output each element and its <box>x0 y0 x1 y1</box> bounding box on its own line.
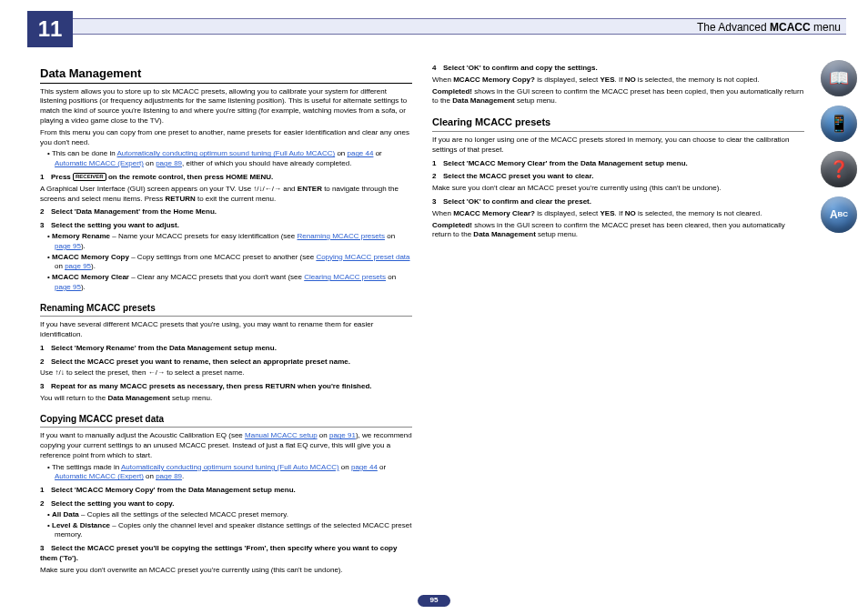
link-auto-mcacc-expert-2[interactable]: Automatic MCACC (Expert) <box>55 472 144 480</box>
link-renaming-presets[interactable]: Renaming MCACC presets <box>297 232 384 240</box>
dm-opt-clear: MCACC Memory Clear – Clear any MCACC pre… <box>40 273 412 293</box>
cp-step-4-body2: Completed! shows in the GUI screen to co… <box>432 87 804 107</box>
page-body: Data Management This system allows you t… <box>40 60 804 587</box>
dm-step-1-body: A Graphical User Interface (GUI) screen … <box>40 185 412 205</box>
chapter-title-bar: The Advanced MCACC menu <box>73 18 846 35</box>
link-copying-preset[interactable]: Copying MCACC preset data <box>316 253 409 261</box>
cp-step-4-body: When MCACC Memory Copy? is displayed, se… <box>432 75 804 86</box>
rn-intro: If you have several different MCACC pres… <box>40 320 412 340</box>
rn-step-3-body: You will return to the Data Management s… <box>40 394 412 404</box>
title-bold: MCACC <box>770 21 811 34</box>
cp-step-3: 3Select the MCACC preset you'll be copyi… <box>40 544 412 564</box>
cl-step-3-body: When MCACC Memory Clear? is displayed, s… <box>432 209 804 219</box>
sidebar-nav-icons: 📖 📱 ❓ ABC <box>821 60 863 233</box>
title-post: menu <box>811 21 841 34</box>
dm-step-2: 2Select 'Data Management' from the Home … <box>40 207 412 217</box>
cp-step-3-body: Make sure you don't overwrite an MCACC p… <box>40 566 412 576</box>
link-page-89b[interactable]: page 89 <box>156 472 182 480</box>
title-pre: The Advanced <box>697 21 770 34</box>
heading-renaming: Renaming MCACC presets <box>40 302 412 317</box>
link-page-89[interactable]: page 89 <box>156 159 182 167</box>
dm-opt-copy: MCACC Memory Copy – Copy settings from o… <box>40 253 412 273</box>
cl-step-2-body: Make sure you don't clear an MCACC prese… <box>432 184 804 194</box>
cp-opt-all: All Data – Copies all the settings of th… <box>40 510 412 520</box>
rn-step-1: 1Select 'Memory Rename' from the Data Ma… <box>40 344 412 354</box>
abc-icon[interactable]: ABC <box>821 196 857 233</box>
rn-step-2: 2Select the MCACC preset you want to ren… <box>40 357 412 367</box>
remote-icon[interactable]: 📱 <box>821 106 857 142</box>
question-icon[interactable]: ❓ <box>821 151 857 187</box>
dm-intro: This system allows you to store up to si… <box>40 87 412 126</box>
cl-step-2: 2Select the MCACC preset you want to cle… <box>432 172 804 182</box>
dm-bullet-prereq: This can be done in Automatically conduc… <box>40 149 412 169</box>
link-page-44[interactable]: page 44 <box>348 149 374 157</box>
right-column: 4Select 'OK' to confirm and copy the set… <box>432 60 804 587</box>
left-column: Data Management This system allows you t… <box>40 60 412 587</box>
cl-step-1: 1Select 'MCACC Memory Clear' from the Da… <box>432 159 804 169</box>
cp-opt-level: Level & Distance – Copies only the chann… <box>40 521 412 541</box>
link-full-auto-mcacc-2[interactable]: Automatically conducting optimum sound t… <box>121 463 339 471</box>
dm-intro2: From this menu you can copy from one pre… <box>40 128 412 148</box>
link-page-95a[interactable]: page 95 <box>55 242 81 250</box>
link-full-auto-mcacc[interactable]: Automatically conducting optimum sound t… <box>117 149 336 157</box>
cl-step-3-body2: Completed! shows in the GUI screen to co… <box>432 221 804 241</box>
heading-copying: Copying MCACC preset data <box>40 413 412 428</box>
link-page-91[interactable]: page 91 <box>329 431 356 439</box>
dm-step-1: 1Press RECEIVER on the remote control, t… <box>40 173 412 183</box>
dm-opt-rename: Memory Rename – Name your MCACC presets … <box>40 232 412 252</box>
chapter-number-badge: 11 <box>27 11 73 47</box>
link-page-95b[interactable]: page 95 <box>65 262 91 270</box>
receiver-key-icon: RECEIVER <box>73 173 106 181</box>
cp-step-2: 2Select the setting you want to copy. <box>40 499 412 509</box>
page-number: 95 <box>0 595 868 607</box>
cp-step-1: 1Select 'MCACC Memory Copy' from the Dat… <box>40 486 412 496</box>
link-auto-mcacc-expert[interactable]: Automatic MCACC (Expert) <box>55 159 144 167</box>
link-page-95c[interactable]: page 95 <box>55 283 81 291</box>
rn-step-3: 3Repeat for as many MCACC presets as nec… <box>40 382 412 392</box>
cl-step-3: 3Select 'OK' to confirm and clear the pr… <box>432 197 804 207</box>
cp-intro: If you want to manually adjust the Acous… <box>40 431 412 460</box>
link-manual-mcacc[interactable]: Manual MCACC setup <box>245 431 318 439</box>
cl-intro: If you are no longer using one of the MC… <box>432 136 804 156</box>
cp-bullet: The settings made in Automatically condu… <box>40 463 412 483</box>
cp-step-4: 4Select 'OK' to confirm and copy the set… <box>432 64 804 74</box>
dm-step-3: 3Select the setting you want to adjust. <box>40 221 412 231</box>
heading-clearing: Clearing MCACC presets <box>432 116 804 132</box>
link-clearing-presets[interactable]: Clearing MCACC presets <box>304 273 386 281</box>
heading-data-management: Data Management <box>40 65 412 84</box>
book-icon[interactable]: 📖 <box>821 60 857 96</box>
rn-step-2-body: Use ↑/↓ to select the preset, then ←/→ t… <box>40 368 412 378</box>
link-page-44b[interactable]: page 44 <box>351 463 378 471</box>
